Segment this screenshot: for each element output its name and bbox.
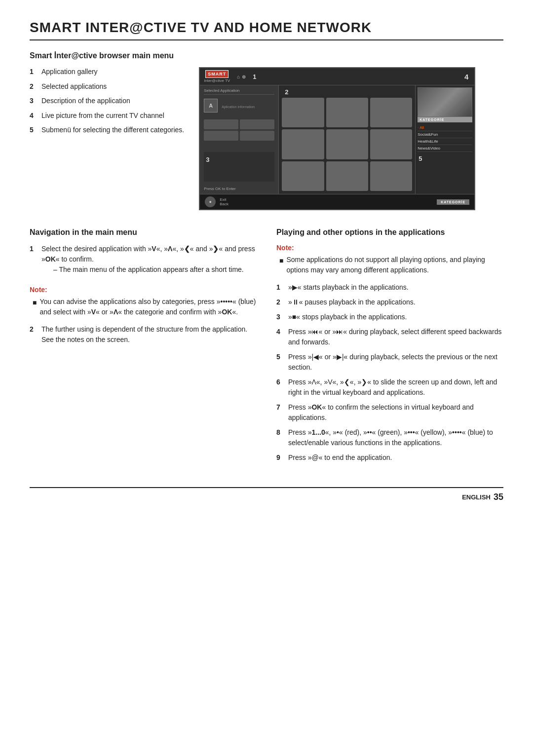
- smart-logo-sub: Inter@ctive TV: [204, 78, 230, 83]
- tv-left-panel: Selected Application A Aplication inform…: [200, 85, 279, 194]
- grid-cell: [282, 129, 324, 159]
- nav-num: 1: [30, 244, 38, 279]
- tv-mockup: SMART Inter@ctive TV ⌂ ⊕ 1 4 Selected Ap…: [199, 67, 475, 210]
- playing-num: 4: [276, 327, 284, 347]
- grid-cell: [282, 161, 324, 191]
- tv-desc-area: 3: [204, 152, 274, 182]
- grid-cell: [326, 161, 368, 191]
- playing-item-2: 2 »⏸« pauses playback in the application…: [276, 297, 503, 307]
- list-text: Description of the application: [41, 96, 130, 106]
- nav-note-box: Note: ■ You can advise the applications …: [30, 286, 257, 317]
- feature-list: 1 Application gallery 2 Selected applica…: [30, 67, 184, 210]
- playing-item-8: 8 Press »1...0«, »•« (red), »••« (green)…: [276, 427, 503, 448]
- playing-title: Playing and other options in the applica…: [276, 228, 503, 237]
- nav-text: Select the desired application with »V«,…: [41, 245, 255, 263]
- bullet-icon: ■: [33, 298, 37, 317]
- note-title: Note:: [30, 286, 257, 294]
- footer-page: 35: [494, 492, 503, 502]
- nav-list-2: 2 The further using is dependent of the …: [30, 324, 257, 345]
- grid-cell: [370, 129, 412, 159]
- playing-item-1: 1 »▶« starts playback in the application…: [276, 282, 503, 293]
- grid-cell: [326, 129, 368, 159]
- playing-text: »⏸« pauses playback in the applications.: [288, 297, 416, 307]
- tv-grid-area: 2: [279, 85, 415, 194]
- badge-2-row: 2: [282, 88, 412, 96]
- playing-note-title: Note:: [276, 244, 503, 252]
- section-subtitle: Smart İnter@ctive browser main menu: [30, 51, 503, 60]
- playing-num: 2: [276, 297, 284, 307]
- nav-text-2: The further using is dependent of the st…: [41, 324, 257, 345]
- playing-list: 1 »▶« starts playback in the application…: [276, 282, 503, 463]
- list-num: 2: [30, 82, 38, 92]
- list-num: 3: [30, 96, 38, 106]
- footer-lang: ENGLISH: [462, 493, 491, 501]
- tv-bottom-left: ● Exit Back: [205, 196, 228, 207]
- playing-section: Playing and other options in the applica…: [276, 228, 503, 467]
- playing-note-text: Some applications do not support all pla…: [286, 255, 503, 275]
- nav-item-1: 1 Select the desired application with »V…: [30, 244, 257, 279]
- cat-item-all: · All: [418, 124, 472, 131]
- tv-main-area: Selected Application A Aplication inform…: [200, 85, 474, 194]
- page-title: SMART INTER@CTIVE TV AND HOME NETWORK: [30, 20, 503, 40]
- playing-text: Press »⏮« or »⏭« during playback, select…: [288, 327, 503, 347]
- list-item-2: 2 Selected applications: [30, 82, 184, 92]
- playing-item-6: 6 Press »Λ«, »V«, »❮«, »❯« to slide the …: [276, 377, 503, 398]
- list-text: Submenü for selecting the different cate…: [41, 125, 184, 135]
- badge-1: 1: [251, 73, 258, 80]
- nav-section: Navigation in the main menu 1 Select the…: [30, 228, 257, 467]
- playing-item-9: 9 Press »@« to end the application.: [276, 453, 503, 463]
- tv-icons: ⌂ ⊕: [237, 74, 246, 79]
- playing-note-item: ■ Some applications do not support all p…: [276, 255, 503, 275]
- bullet-icon: ■: [279, 256, 283, 275]
- grid-cell: [370, 98, 412, 127]
- tv-top-bar: SMART Inter@ctive TV ⌂ ⊕ 1 4: [200, 68, 474, 85]
- playing-num: 7: [276, 402, 284, 423]
- list-item-1: 1 Application gallery: [30, 67, 184, 77]
- app-info: Aplication information: [222, 105, 255, 109]
- badge-2: 2: [283, 88, 290, 96]
- note-item: ■ You can advise the applications also b…: [30, 297, 257, 317]
- tv-thumbnail: [418, 87, 472, 117]
- press-ok: Press OK to Enter: [204, 187, 274, 191]
- playing-num: 9: [276, 453, 284, 463]
- nav-section-title: Navigation in the main menu: [30, 228, 257, 237]
- playing-item-7: 7 Press »OK« to confirm the selections i…: [276, 402, 503, 423]
- list-item-3: 3 Description of the application: [30, 96, 184, 106]
- playing-text: Press »Λ«, »V«, »❮«, »❯« to slide the sc…: [288, 377, 503, 398]
- playing-num: 3: [276, 312, 284, 322]
- category-list: · All Social&Fun Health&Life News&Video: [418, 124, 472, 152]
- selected-app-label: Selected Application: [204, 88, 274, 95]
- playing-item-3: 3 »■« stops playback in the applications…: [276, 312, 503, 322]
- note-text: You can advise the applications also by …: [39, 297, 257, 317]
- playing-text: Press »OK« to confirm the selections in …: [288, 402, 503, 423]
- kategorie-button[interactable]: KATEGORİE: [437, 199, 469, 205]
- back-label: Back: [220, 202, 228, 206]
- tv-bottom-bar: ● Exit Back KATEGORİE: [200, 194, 474, 209]
- globe-icon: ⊕: [242, 74, 246, 79]
- playing-item-4: 4 Press »⏮« or »⏭« during playback, sele…: [276, 327, 503, 347]
- cat-item-health: Health&Life: [418, 138, 472, 145]
- list-text: Live picture from the current TV channel: [41, 111, 164, 121]
- list-num: 4: [30, 111, 38, 121]
- playing-note-box: Note: ■ Some applications do not support…: [276, 244, 503, 275]
- home-icon: ⌂: [237, 74, 240, 79]
- back-button-icon: ●: [205, 196, 216, 207]
- cat-item-news: News&Video: [418, 145, 472, 152]
- grid-cell: [370, 161, 412, 191]
- exit-label: Exit: [220, 197, 226, 202]
- kategorie-label: KATEGORİE: [418, 117, 472, 122]
- playing-num: 6: [276, 377, 284, 398]
- exit-back-label: Exit Back: [220, 197, 228, 206]
- playing-text: »▶« starts playback in the applications.: [288, 282, 409, 293]
- playing-num: 5: [276, 352, 284, 373]
- list-text: Application gallery: [41, 67, 98, 77]
- app-grid: [282, 98, 412, 191]
- playing-text: Press »|◀« or »▶|« during playback, sele…: [288, 352, 503, 373]
- grid-cell: [326, 98, 368, 127]
- playing-text: Press »1...0«, »•« (red), »••« (green), …: [288, 427, 503, 448]
- nav-list: 1 Select the desired application with »V…: [30, 244, 257, 279]
- playing-text: »■« stops playback in the applications.: [288, 312, 407, 322]
- badge-5: 5: [419, 155, 471, 162]
- footer: ENGLISH 35: [30, 487, 503, 502]
- list-text: Selected applications: [41, 82, 107, 92]
